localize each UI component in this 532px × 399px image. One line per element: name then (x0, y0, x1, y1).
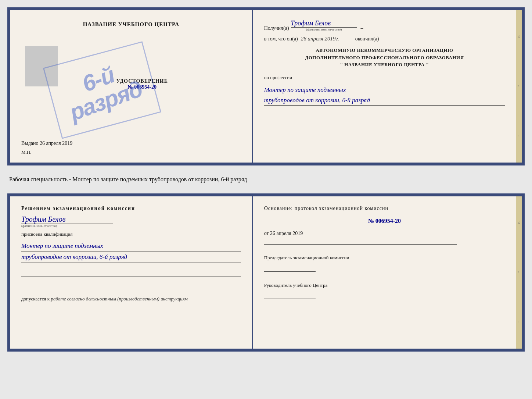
predsedatel-title: Председатель экзаменационной комиссии (264, 254, 505, 261)
protocol-date: от 26 апреля 2019 (264, 231, 505, 236)
protocol-number: № 006954-20 (264, 218, 505, 224)
cert-top-right: Получил(а) Трофим Белов (фамилия, имя, о… (253, 10, 516, 163)
vtom-label: в том, что он(а) (264, 36, 298, 42)
name-block-bottom: Трофим Белов (фамилия, имя, отчество) (21, 215, 241, 228)
bottom-signature-lines (21, 270, 241, 287)
edge-letter-a2: а (517, 271, 521, 272)
rukovoditel-sig-line (264, 292, 316, 299)
bottom-certificate: Решением экзаменационной комиссии Трофим… (7, 193, 525, 352)
recipient-name-block: Трофим Белов (фамилия, имя, отчество) (291, 19, 357, 31)
qualification-line2: трубопроводов от коррозии, 6-й разряд (21, 252, 241, 263)
po-professii-label: по профессии (264, 75, 505, 81)
mp-line: М.П. (21, 149, 241, 155)
gray-photo-box (25, 46, 58, 86)
rukovoditel-block: Руководитель учебного Центра (264, 282, 505, 299)
dopuskaetsya-value: работе согласно должностным (производств… (51, 296, 187, 302)
poluchil-row: Получил(а) Трофим Белов (фамилия, имя, о… (264, 19, 505, 31)
cert-bottom-left: Решением экзаменационной комиссии Трофим… (10, 196, 253, 349)
udostoverenie-label: УДОСТОВЕРЕНИЕ (116, 78, 168, 84)
right-edge-bottom: И а ← (516, 196, 522, 349)
page-wrapper: НАЗВАНИЕ УЧЕБНОГО ЦЕНТРА УДОСТОВЕРЕНИЕ №… (7, 7, 525, 352)
rukovoditel-title: Руководитель учебного Центра (264, 282, 505, 289)
prisvoena-text: присвоена квалификация (21, 231, 241, 237)
profession-line2: трубопроводов от коррозии, 6-й разряд (264, 95, 505, 106)
profession-line1: Монтер по защите подземных (264, 85, 505, 95)
right-edge-top: И а ← (516, 10, 522, 163)
okончил-label: окончил(а) (355, 36, 379, 42)
edge-arrow: ← (517, 134, 521, 138)
edge-letter-i2: И (517, 221, 521, 224)
qualification-block: Монтер по защите подземных трубопроводов… (21, 241, 241, 263)
stamp-text: 6-й разряд (59, 56, 145, 125)
sig-line-1 (21, 270, 241, 277)
org-line1: АВТОНОМНУЮ НЕКОММЕРЧЕСКУЮ ОРГАНИЗАЦИЮ (264, 47, 505, 54)
vydano-date: 26 апреля 2019 (40, 140, 72, 146)
qualification-line1: Монтер по защите подземных (21, 241, 241, 252)
udostoverenie-block: УДОСТОВЕРЕНИЕ № 006954-20 (116, 78, 168, 90)
top-certificate: НАЗВАНИЕ УЧЕБНОГО ЦЕНТРА УДОСТОВЕРЕНИЕ №… (7, 7, 525, 165)
edge-arrow2: ← (517, 320, 521, 324)
completion-date: 26 апреля 2019г. (301, 36, 352, 42)
predsedatel-sig-line (264, 264, 316, 272)
stamp-border (43, 41, 161, 139)
org-line3: " НАЗВАНИЕ УЧЕБНОГО ЦЕНТРА " (264, 61, 505, 68)
recipient-name: Трофим Белов (291, 19, 357, 28)
profession-block: Монтер по защите подземных трубопроводов… (264, 85, 505, 106)
institution-title-left: НАЗВАНИЕ УЧЕБНОГО ЦЕНТРА (21, 21, 241, 28)
vydano-line: Выдано 26 апреля 2019 (21, 133, 241, 146)
protocol-date-value: 26 апреля 2019 (270, 231, 303, 236)
dopuskaetsya-label: допускается к (21, 296, 50, 302)
fio-sublabel-bottom: (фамилия, имя, отчество) (21, 224, 57, 228)
sig-line-2 (21, 280, 241, 287)
cert-bottom-right: Основание: протокол экзаменационной коми… (253, 196, 516, 349)
dopuskaetsya-text: допускается к работе согласно должностны… (21, 295, 241, 303)
osnovanie-title: Основание: протокол экзаменационной коми… (264, 206, 505, 211)
predsedatel-block: Председатель экзаменационной комиссии (264, 254, 505, 272)
separator-line-1 (264, 244, 457, 245)
edge-letter-i: И (517, 35, 521, 38)
poluchil-label: Получил(а) (264, 25, 289, 31)
specialty-text: Рабочая специальность - Монтер по защите… (7, 172, 525, 187)
cert-top-left: НАЗВАНИЕ УЧЕБНОГО ЦЕНТРА УДОСТОВЕРЕНИЕ №… (10, 10, 253, 163)
dash-separator: – (361, 25, 363, 31)
org-block: АВТОНОМНУЮ НЕКОММЕРЧЕСКУЮ ОРГАНИЗАЦИЮ ДО… (264, 47, 505, 68)
stamp-area: УДОСТОВЕРЕНИЕ № 006954-20 6-й разряд (21, 35, 241, 133)
resheniem-title: Решением экзаменационной комиссии (21, 206, 241, 211)
vtom-row: в том, что он(а) 26 апреля 2019г. окончи… (264, 36, 505, 42)
cert-number: № 006954-20 (116, 84, 168, 90)
diagonal-stamp: 6-й разряд (41, 38, 163, 142)
fio-sublabel: (фамилия, имя, отчество) (291, 28, 357, 31)
ot-label: от (264, 231, 269, 236)
vydano-label: Выдано (21, 140, 39, 146)
org-line2: ДОПОЛНИТЕЛЬНОГО ПРОФЕССИОНАЛЬНОГО ОБРАЗО… (264, 54, 505, 61)
recipient-name-bottom: Трофим Белов (21, 215, 113, 224)
edge-letter-a: а (517, 85, 521, 86)
